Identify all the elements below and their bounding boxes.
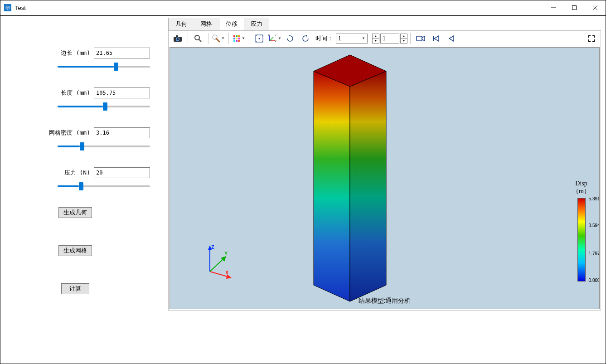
rotate-ccw-icon[interactable] [283, 32, 297, 45]
close-button[interactable] [585, 0, 606, 15]
viewer-panel: ▼ ▼ YZX ▼ [168, 30, 601, 311]
legend-tick: 1.797e-06 [589, 252, 600, 256]
legend-tick: 0.000e+00 [589, 278, 600, 283]
color-legend: Disp （m） 5.391e-06 3.594e-06 1.797e-06 0… [572, 180, 590, 281]
svg-rect-11 [233, 35, 235, 37]
svg-rect-1 [572, 6, 577, 10]
generate-mesh-button[interactable]: 生成网格 [58, 245, 92, 256]
legend-title: Disp [572, 180, 590, 187]
param-label: 边长 (mm) [61, 49, 90, 57]
maximize-button[interactable] [564, 0, 585, 15]
axis-triad-icon[interactable]: YZX ▼ [267, 32, 282, 45]
svg-point-6 [177, 38, 179, 40]
svg-rect-16 [238, 38, 240, 39]
viewer-toolbar: ▼ ▼ YZX ▼ [169, 31, 601, 46]
legend-color-bar: 5.391e-06 3.594e-06 1.797e-06 0.000e+00 [577, 198, 586, 281]
svg-rect-12 [236, 35, 238, 37]
tab-mesh[interactable]: 网格 [194, 18, 219, 30]
generate-geometry-button[interactable]: 生成几何 [58, 207, 92, 218]
result-tabs: 几何 网格 位移 应力 [168, 18, 606, 30]
tab-geometry[interactable]: 几何 [169, 18, 194, 30]
tab-stress[interactable]: 应力 [244, 18, 269, 30]
param-pressure: 压力 (N) [0, 167, 150, 191]
svg-marker-32 [350, 71, 386, 301]
edge-length-slider[interactable] [58, 62, 150, 71]
legend-tick: 5.391e-06 [589, 197, 600, 201]
svg-text:Y: Y [224, 251, 228, 256]
legend-tick: 3.594e-06 [589, 223, 600, 228]
zoom-icon[interactable] [191, 32, 205, 45]
legend-unit: （m） [572, 187, 590, 195]
svg-point-8 [195, 35, 199, 40]
skip-first-icon[interactable] [429, 32, 443, 45]
frame-spinner-2[interactable]: ▲▼ [400, 34, 407, 44]
svg-marker-34 [208, 245, 212, 250]
param-label: 网格密度 (mm) [49, 129, 90, 137]
step-back-icon[interactable] [444, 32, 459, 45]
svg-line-24 [270, 37, 273, 41]
fit-view-icon[interactable] [252, 32, 267, 45]
mesh-density-input[interactable] [94, 127, 150, 138]
svg-marker-40 [221, 256, 226, 262]
svg-rect-17 [233, 40, 235, 42]
title-bar: Test [0, 0, 606, 15]
window-title: Test [15, 5, 26, 11]
axis-triad: Z X Y [201, 244, 237, 281]
compute-button[interactable]: 计算 [61, 283, 89, 294]
minimize-button[interactable] [543, 0, 564, 15]
svg-rect-18 [236, 40, 238, 42]
expand-icon[interactable] [584, 32, 599, 45]
param-edge-length: 边长 (mm) [0, 48, 150, 71]
svg-rect-13 [238, 35, 240, 37]
param-mesh-density: 网格密度 (mm) [0, 127, 150, 151]
svg-rect-28 [417, 36, 422, 41]
length-slider[interactable] [58, 102, 150, 111]
video-camera-icon[interactable] [413, 32, 428, 45]
time-select[interactable]: 1▼ [336, 34, 368, 44]
cube-color-icon[interactable]: ▼ [232, 32, 246, 45]
svg-text:X: X [275, 40, 276, 43]
svg-line-9 [199, 39, 201, 42]
viewer-caption: 结果模型:通用分析 [359, 297, 411, 305]
svg-rect-19 [238, 40, 240, 42]
svg-text:X: X [225, 270, 229, 275]
rotate-cw-icon[interactable] [298, 32, 313, 45]
param-length: 长度 (mm) [0, 87, 150, 111]
pressure-input[interactable] [94, 167, 150, 178]
svg-text:Z: Z [268, 34, 270, 37]
parameter-panel: 边长 (mm) 长度 (mm) 网格密度 (mm) [0, 16, 168, 364]
brush-icon[interactable]: ▼ [211, 32, 226, 45]
length-input[interactable] [94, 87, 150, 98]
svg-line-39 [210, 258, 224, 272]
pressure-slider[interactable] [58, 182, 150, 191]
tab-displacement[interactable]: 位移 [219, 18, 244, 30]
frame-number-input[interactable]: 1 [380, 34, 399, 44]
app-icon [4, 4, 11, 11]
svg-rect-15 [236, 38, 238, 39]
time-label: 时间： [315, 34, 333, 43]
param-label: 长度 (mm) [61, 89, 90, 97]
svg-rect-7 [176, 35, 178, 37]
svg-marker-37 [226, 274, 232, 279]
edge-length-input[interactable] [94, 48, 150, 58]
svg-rect-14 [233, 38, 235, 39]
viewer-canvas[interactable]: 结果模型:通用分析 Z X Y Disp [170, 47, 600, 309]
frame-spinner[interactable]: ▲▼ [372, 34, 379, 44]
camera-icon[interactable] [170, 32, 185, 45]
svg-text:Z: Z [211, 244, 214, 250]
svg-point-21 [259, 38, 260, 39]
param-label: 压力 (N) [64, 169, 90, 177]
mesh-density-slider[interactable] [58, 142, 150, 151]
svg-line-36 [210, 272, 229, 277]
result-beam [313, 54, 388, 302]
svg-marker-31 [314, 71, 350, 301]
svg-text:Y: Y [275, 34, 276, 37]
